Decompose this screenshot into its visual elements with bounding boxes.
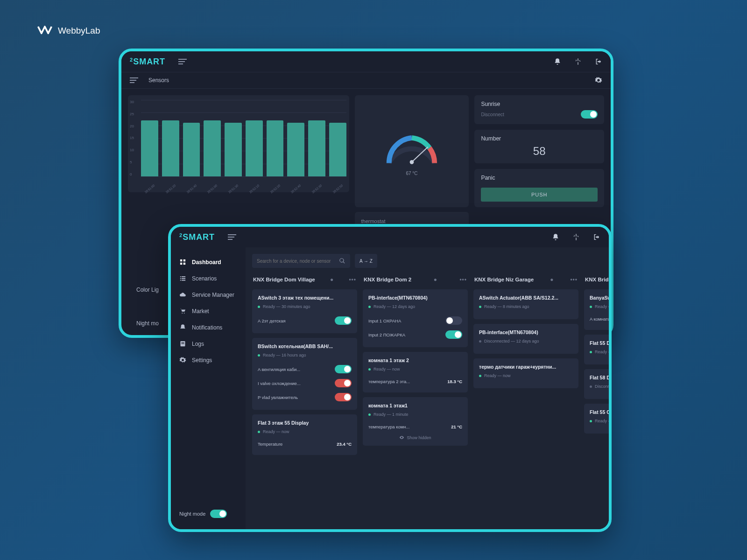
bar — [162, 120, 179, 176]
sidebar-item-logs[interactable]: Logs — [171, 336, 246, 352]
column-title: KNX Bridge Dom 2 — [364, 277, 411, 282]
subheader: Sensors — [121, 72, 611, 89]
panic-button[interactable]: PUSH — [481, 188, 598, 202]
svg-rect-11 — [182, 280, 185, 281]
device-card[interactable]: комната 1 этаж1Ready — 1 minuteтемперату… — [363, 397, 468, 446]
device-toggle[interactable] — [335, 379, 352, 387]
logs-icon — [179, 340, 186, 347]
menu-icon[interactable] — [228, 234, 236, 240]
sort-button[interactable]: A → Z — [355, 254, 377, 268]
svg-rect-4 — [180, 263, 182, 265]
svg-point-12 — [182, 313, 183, 314]
svg-rect-10 — [180, 280, 181, 281]
app-logo: 2SMART — [179, 232, 215, 242]
sidebar-item-notifications[interactable]: Notifications — [171, 319, 246, 336]
sidebar-item-market[interactable]: Market — [171, 303, 246, 319]
app-header: 2SMART — [121, 51, 611, 72]
sunrise-panel: Sunrise Disconnect — [474, 95, 604, 124]
control-row: температура 2 эта...18.3 °C — [368, 376, 462, 387]
color-light-label: Color Lig — [136, 287, 159, 293]
control-row: P vlad увлажнитель — [258, 390, 352, 404]
bar-chart-panel: 302520151050 20:51:0020:51:2020:51:4020:… — [128, 95, 349, 192]
column-title: KNX Bridge — [585, 277, 609, 282]
search-box[interactable] — [252, 254, 350, 268]
control-row: температура комн...21 °C — [368, 421, 462, 432]
sidebar-item-settings[interactable]: Settings — [171, 352, 246, 368]
night-mode-toggle[interactable] — [210, 510, 227, 518]
bar — [183, 123, 200, 176]
search-input[interactable] — [257, 259, 339, 264]
device-column: KNX Bridge Dom Village●•••ASwitch 3 этаж… — [252, 274, 357, 523]
sunrise-toggle[interactable] — [581, 110, 598, 119]
column-title: KNX Bridge Dom Village — [253, 277, 315, 282]
webbylab-logo: WebbyLab — [36, 22, 100, 39]
gauge-panel: 67 °C — [355, 95, 469, 207]
bar — [246, 120, 263, 176]
svg-point-13 — [184, 313, 185, 314]
logout-icon[interactable] — [595, 58, 602, 65]
number-panel: Number 58 — [474, 130, 604, 163]
control-row: Input 1 ОХРАНА — [368, 314, 462, 328]
svg-point-1 — [410, 160, 414, 164]
bar — [204, 120, 221, 176]
svg-rect-5 — [183, 263, 185, 265]
bell-icon[interactable] — [552, 233, 559, 241]
device-card[interactable]: PB-interface(MTN670804)Ready — 12 days a… — [363, 289, 468, 347]
device-card[interactable]: ASwitch Actuator(ABB SA/S12.2...Ready — … — [473, 289, 578, 319]
svg-rect-2 — [180, 259, 182, 261]
app-header-front: 2SMART — [171, 227, 609, 247]
bar — [225, 123, 242, 176]
sidebar-item-scenarios[interactable]: Scenarios — [171, 270, 246, 287]
gauge-reading: 67 °C — [406, 171, 417, 176]
device-card[interactable]: Flat 58 DispDisconnec — [584, 369, 609, 399]
more-icon[interactable]: ••• — [459, 276, 467, 283]
device-column: KNX Bridge Dom 2●•••PB-interface(MTN6708… — [363, 274, 468, 523]
night-mode-back: Night mo — [136, 320, 159, 327]
bar — [141, 120, 158, 176]
list-icon — [179, 275, 186, 282]
device-card[interactable]: BSwitch котельная(ABB SAH/...Ready — 16 … — [252, 338, 357, 410]
app-logo: 2SMART — [130, 57, 165, 67]
device-card[interactable]: Flat 55 DispReady — 1 — [584, 335, 609, 364]
logout-icon[interactable] — [593, 233, 600, 241]
device-card[interactable]: Flat 55 С\УReady — 1 — [584, 404, 609, 434]
sidebar: DashboardScenariosService ManagerMarketN… — [171, 247, 246, 529]
column-title: KNX Bridge Niz Garage — [474, 277, 534, 282]
device-toggle[interactable] — [445, 316, 462, 325]
device-card[interactable]: термо датчики гараж+курятни...Ready — no… — [473, 358, 578, 388]
device-card[interactable]: BanyaSwitReady — 7A комната л — [584, 289, 609, 330]
show-hidden[interactable]: Show hidden — [368, 432, 462, 440]
device-card[interactable]: ASwitch 3 этаж тех помещени...Ready — 30… — [252, 289, 357, 333]
bar — [287, 123, 304, 176]
gear-icon — [179, 357, 186, 364]
device-card[interactable]: комната 1 этаж 2Ready — nowтемпература 2… — [363, 352, 468, 392]
main-area: A → Z KNX Bridge Dom Village●•••ASwitch … — [246, 247, 609, 529]
sidebar-item-service-manager[interactable]: Service Manager — [171, 287, 246, 303]
device-toggle[interactable] — [335, 365, 352, 373]
cloud-icon — [179, 291, 186, 298]
gear-icon[interactable] — [595, 77, 602, 84]
more-icon[interactable]: ••• — [570, 276, 578, 283]
tablet-dashboard: 2SMART DashboardScenariosService Manager… — [168, 224, 612, 532]
network-icon[interactable] — [572, 233, 580, 241]
svg-rect-3 — [183, 259, 185, 261]
device-toggle[interactable] — [445, 330, 462, 339]
menu-icon[interactable] — [178, 59, 187, 64]
device-toggle[interactable] — [335, 316, 352, 325]
bar — [329, 123, 346, 176]
panic-panel: Panic PUSH — [474, 169, 604, 207]
bell-icon[interactable] — [554, 58, 561, 65]
network-icon[interactable] — [574, 58, 582, 65]
bar — [267, 120, 284, 176]
search-icon[interactable] — [339, 258, 345, 264]
temperature-gauge — [381, 127, 442, 169]
device-card[interactable]: Flat 3 этаж 55 DisplayReady — nowTempera… — [252, 414, 357, 455]
night-mode-row: Night mode — [171, 510, 246, 523]
submenu-icon[interactable] — [130, 77, 138, 83]
device-card[interactable]: PB-interface(MTN670804)Disconnected — 12… — [473, 324, 578, 354]
sidebar-item-dashboard[interactable]: Dashboard — [171, 254, 246, 270]
control-row: Input 2 ПОЖАРКА — [368, 328, 462, 342]
more-icon[interactable]: ••• — [349, 276, 356, 283]
bell-icon — [179, 324, 186, 331]
device-toggle[interactable] — [335, 393, 352, 401]
